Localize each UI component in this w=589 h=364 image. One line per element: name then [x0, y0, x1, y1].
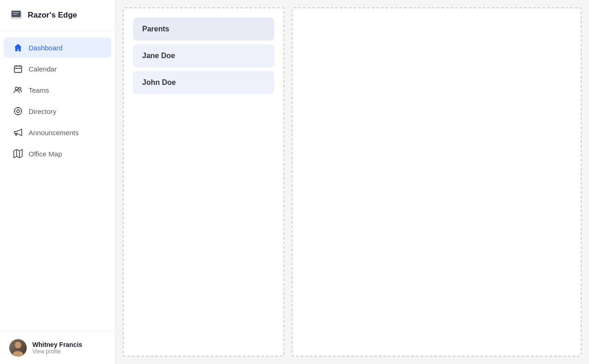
sidebar-item-calendar[interactable]: Calendar — [4, 59, 111, 79]
tree-panel: Parents Jane Doe John Doe — [123, 7, 284, 357]
svg-point-7 — [14, 107, 22, 115]
tree-jane-doe-label: Jane Doe — [142, 52, 175, 60]
user-profile-footer[interactable]: Whitney Francis View profile — [0, 331, 115, 364]
sidebar-item-dashboard[interactable]: Dashboard — [4, 37, 111, 58]
map-icon — [13, 149, 23, 159]
sidebar-item-directory-label: Directory — [29, 107, 56, 115]
tree-header-node: Parents — [133, 18, 274, 41]
app-logo[interactable]: Razor's Edge — [0, 0, 115, 31]
avatar — [9, 339, 27, 357]
sidebar-item-announcements[interactable]: Announcements — [4, 122, 111, 143]
sidebar-item-dashboard-label: Dashboard — [29, 44, 62, 52]
directory-icon — [13, 106, 23, 116]
tree-header-card[interactable]: Parents — [133, 18, 274, 41]
svg-point-6 — [19, 88, 21, 90]
logo-icon — [9, 8, 23, 22]
tree-john-doe-label: John Doe — [142, 78, 176, 86]
main-content: Parents Jane Doe John Doe — [115, 0, 589, 364]
sidebar-item-calendar-label: Calendar — [29, 65, 57, 73]
sidebar-item-office-map[interactable]: Office Map — [4, 143, 111, 164]
sidebar-item-teams[interactable]: Teams — [4, 80, 111, 100]
sidebar-item-directory[interactable]: Directory — [4, 101, 111, 121]
sidebar-item-teams-label: Teams — [29, 86, 49, 94]
svg-point-5 — [15, 87, 18, 90]
tree-john-doe-card[interactable]: John Doe — [133, 71, 274, 94]
announcements-icon — [13, 127, 23, 137]
sidebar-item-office-map-label: Office Map — [29, 150, 62, 158]
svg-rect-2 — [13, 12, 19, 13]
view-profile-link[interactable]: View profile — [32, 348, 82, 355]
svg-rect-4 — [14, 66, 22, 72]
tree-jane-doe-card[interactable]: Jane Doe — [133, 44, 274, 67]
tree-jane-doe-node: Jane Doe — [133, 44, 274, 67]
svg-point-8 — [17, 110, 19, 113]
app-title: Razor's Edge — [28, 11, 77, 20]
user-name: Whitney Francis — [32, 341, 82, 348]
tree-header-label: Parents — [142, 25, 169, 33]
home-icon — [13, 42, 23, 53]
sidebar-item-announcements-label: Announcements — [29, 129, 78, 137]
svg-marker-9 — [14, 149, 22, 158]
teams-icon — [13, 85, 23, 95]
calendar-icon — [13, 64, 23, 74]
sidebar: Razor's Edge Dashboard Calendar — [0, 0, 115, 364]
svg-rect-3 — [13, 14, 18, 15]
right-panel — [292, 7, 582, 357]
tree-john-doe-node: John Doe — [133, 71, 274, 94]
sidebar-nav: Dashboard Calendar Teams — [0, 31, 115, 331]
